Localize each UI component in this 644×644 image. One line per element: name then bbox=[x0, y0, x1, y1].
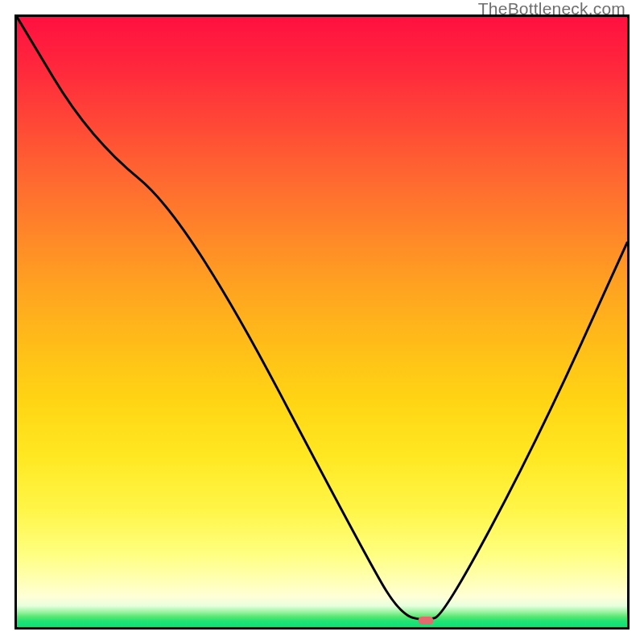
chart-frame bbox=[14, 14, 630, 630]
chart-marker bbox=[418, 617, 433, 625]
line-series bbox=[17, 17, 627, 627]
watermark-text: TheBottleneck.com bbox=[478, 0, 625, 19]
